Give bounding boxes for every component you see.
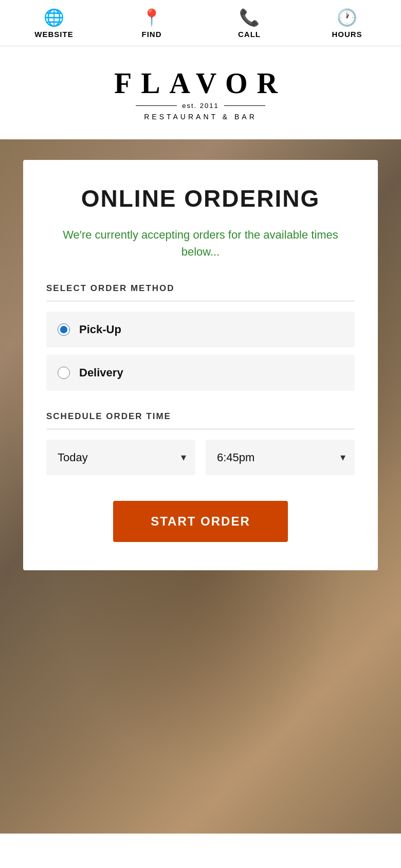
ordering-card: ONLINE ORDERING We're currently acceptin… — [23, 160, 378, 570]
start-order-button[interactable]: START ORDER — [113, 501, 288, 542]
website-nav-item[interactable]: 🌐 WEBSITE — [5, 9, 103, 39]
order-method-divider — [46, 301, 355, 301]
card-subtitle: We're currently accepting orders for the… — [46, 226, 355, 260]
pickup-option[interactable]: Pick-Up — [46, 312, 355, 348]
order-method-section: SELECT ORDER METHOD Pick-Up Delivery — [46, 283, 355, 391]
logo-est-text: est. 2011 — [182, 102, 219, 110]
logo-main-text: FLAVOR — [114, 67, 287, 100]
hero-area: ONLINE ORDERING We're currently acceptin… — [0, 139, 401, 834]
logo-line-right — [224, 105, 265, 106]
logo-line-left — [136, 105, 177, 106]
day-dropdown-wrapper: Today Tomorrow ▾ — [46, 440, 195, 475]
website-icon: 🌐 — [44, 9, 64, 26]
website-nav-label: WEBSITE — [34, 30, 73, 39]
call-nav-item[interactable]: 📞 CALL — [200, 9, 298, 39]
card-title: ONLINE ORDERING — [46, 186, 355, 212]
pickup-radio[interactable] — [58, 323, 70, 336]
dropdowns-row: Today Tomorrow ▾ 6:45pm 7:00pm 7:15pm 7:… — [46, 440, 355, 475]
call-nav-label: CALL — [238, 30, 261, 39]
hours-icon: 🕐 — [337, 9, 357, 26]
schedule-section: SCHEDULE ORDER TIME Today Tomorrow ▾ 6:4… — [46, 411, 355, 475]
pickup-label: Pick-Up — [79, 323, 121, 336]
day-dropdown[interactable]: Today Tomorrow — [46, 440, 195, 475]
order-method-label: SELECT ORDER METHOD — [46, 283, 355, 294]
delivery-label: Delivery — [79, 366, 123, 379]
delivery-radio[interactable] — [58, 367, 70, 379]
time-dropdown-wrapper: 6:45pm 7:00pm 7:15pm 7:30pm 7:45pm 8:00p… — [206, 440, 355, 475]
delivery-option[interactable]: Delivery — [46, 355, 355, 391]
top-navigation: 🌐 WEBSITE 📍 FIND 📞 CALL 🕐 HOURS — [0, 0, 401, 46]
schedule-label: SCHEDULE ORDER TIME — [46, 411, 355, 422]
find-nav-item[interactable]: 📍 FIND — [103, 9, 200, 39]
logo-section: FLAVOR est. 2011 RESTAURANT & BAR — [0, 46, 401, 139]
hours-nav-label: HOURS — [332, 30, 362, 39]
schedule-divider — [46, 429, 355, 429]
call-icon: 📞 — [239, 9, 260, 26]
find-icon: 📍 — [141, 9, 162, 26]
time-dropdown[interactable]: 6:45pm 7:00pm 7:15pm 7:30pm 7:45pm 8:00p… — [206, 440, 355, 475]
logo-sub-row: est. 2011 — [136, 102, 265, 110]
hours-nav-item[interactable]: 🕐 HOURS — [298, 9, 396, 39]
find-nav-label: FIND — [142, 30, 162, 39]
logo-tagline: RESTAURANT & BAR — [144, 113, 257, 121]
